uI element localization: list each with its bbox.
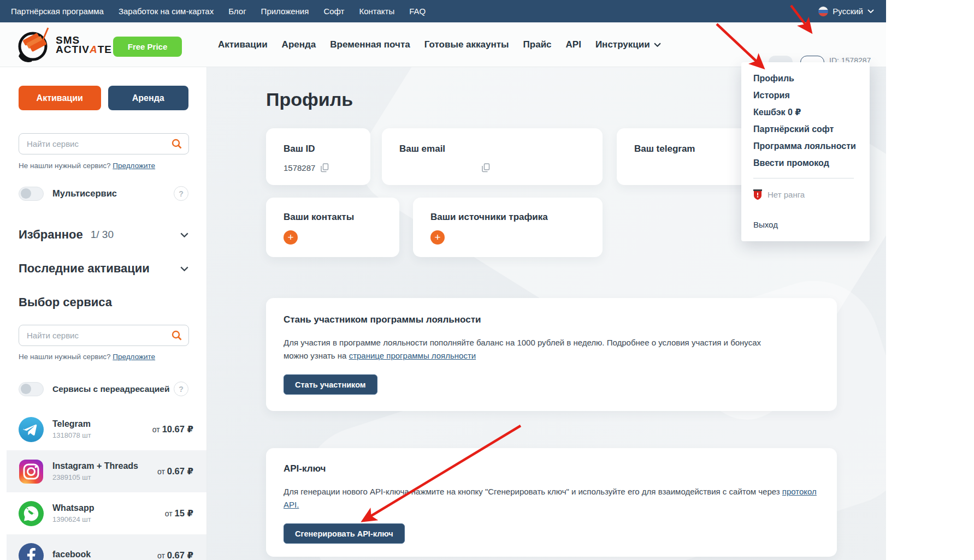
toggle-knob [21, 188, 31, 199]
menu-divider [753, 178, 854, 178]
service-name: Whatsapp [52, 503, 94, 513]
chevron-down-icon [180, 266, 188, 271]
menu-item-partner-soft[interactable]: Партнёрский софт [753, 121, 858, 138]
topnav-soft[interactable]: Софт [323, 7, 344, 16]
telegram-icon [19, 417, 44, 442]
copy-icon [321, 163, 329, 172]
service-price: от0.67 ₽ [157, 550, 193, 560]
suggest-service-hint-2: Не нашли нужный сервис? Предложите [19, 353, 188, 361]
service-price: от0.67 ₽ [157, 466, 193, 476]
rank-row: Нет ранга [753, 189, 858, 200]
card-your-id: Ваш ID 1578287 [266, 128, 370, 185]
service-count: 1390624 шт [52, 515, 94, 523]
card-traffic-sources: Ваши источники трафика + [413, 198, 603, 257]
service-search-2 [19, 325, 188, 346]
topnav-contacts[interactable]: Контакты [359, 7, 394, 16]
service-search-input[interactable] [19, 133, 189, 154]
nav-activations[interactable]: Активации [218, 39, 268, 50]
traffic-sources-label: Ваши источники трафика [430, 212, 603, 223]
service-name: Instagram + Threads [52, 461, 138, 471]
service-price: от15 ₽ [165, 508, 193, 519]
search-icon[interactable] [172, 330, 182, 341]
tab-rent[interactable]: Аренда [108, 86, 189, 110]
your-email-label: Ваш email [399, 144, 603, 154]
nav-ready-accounts[interactable]: Готовые аккаунты [424, 39, 509, 50]
nav-temp-mail[interactable]: Временная почта [330, 39, 410, 50]
copy-id-button[interactable] [321, 163, 329, 172]
chevron-down-icon [867, 9, 874, 13]
page-viewport: Партнёрская программа Заработок на сим-к… [0, 0, 886, 560]
your-contacts-label: Ваши контакты [284, 212, 399, 223]
service-row-instagram[interactable]: Instagram + Threads 2389105 шт от0.67 ₽ [7, 450, 206, 492]
loyalty-program-link[interactable]: странице программы лояльности [349, 351, 476, 360]
sidebar-tabs: Активации Аренда [19, 86, 188, 110]
nav-rent[interactable]: Аренда [282, 39, 316, 50]
language-label: Русский [833, 7, 863, 16]
instagram-icon [19, 459, 44, 484]
page-title: Профиль [266, 89, 353, 110]
favorites-count: 1/ 30 [91, 229, 114, 241]
tab-activations[interactable]: Активации [19, 86, 101, 110]
service-row-whatsapp[interactable]: Whatsapp 1390624 шт от15 ₽ [7, 492, 206, 534]
topnav-partner-program[interactable]: Партнёрская программа [11, 7, 104, 16]
menu-item-loyalty-program[interactable]: Программа лояльности [753, 138, 858, 154]
search-icon[interactable] [172, 139, 182, 149]
menu-item-logout[interactable]: Выход [753, 220, 858, 229]
card-api-key: API-ключ Для генерации нового API-ключа … [266, 448, 837, 557]
add-contact-button[interactable]: + [284, 230, 298, 245]
favorites-section[interactable]: Избранное 1/ 30 [19, 228, 188, 242]
multiservice-toggle[interactable] [19, 187, 44, 201]
menu-item-history[interactable]: История [753, 87, 858, 104]
service-row-telegram[interactable]: Telegram 1318078 шт от10.67 ₽ [7, 408, 206, 450]
chevron-down-icon [654, 43, 661, 47]
service-name: Telegram [52, 419, 91, 429]
menu-item-profile[interactable]: Профиль [753, 70, 858, 87]
add-traffic-source-button[interactable]: + [430, 230, 445, 245]
forwarding-help-icon[interactable]: ? [174, 382, 188, 396]
facebook-icon [19, 543, 44, 560]
russian-flag-icon [818, 7, 828, 16]
topnav-apps[interactable]: Приложения [261, 7, 309, 16]
nav-instructions[interactable]: Инструкции [595, 39, 661, 50]
nav-api[interactable]: API [566, 39, 581, 50]
recent-activations-section[interactable]: Последние активации [19, 261, 188, 276]
top-navbar: Партнёрская программа Заработок на сим-к… [0, 0, 886, 22]
recent-activations-title: Последние активации [19, 261, 150, 276]
menu-item-enter-promocode[interactable]: Ввести промокод [753, 154, 858, 171]
copy-email-button[interactable] [482, 163, 490, 172]
copy-icon [482, 163, 490, 172]
service-count: 2389105 шт [52, 473, 138, 481]
free-price-button[interactable]: Free Price [113, 37, 182, 57]
nav-price[interactable]: Прайс [523, 39, 552, 50]
generate-api-key-button[interactable]: Сгенерировать API-ключ [284, 523, 405, 544]
forwarding-toggle[interactable] [19, 382, 44, 396]
become-member-button[interactable]: Стать участником [284, 374, 377, 395]
loyalty-text: Для участия в программе лояльности попол… [284, 336, 764, 362]
service-list: Telegram 1318078 шт от10.67 ₽ Instagram … [7, 408, 206, 560]
forwarding-row: Сервисы с переадресацией ? [19, 382, 188, 396]
toggle-knob [21, 384, 31, 394]
multiservice-label: Мультисервис [52, 188, 117, 199]
topnav-faq[interactable]: FAQ [409, 7, 426, 16]
rank-label: Нет ранга [768, 190, 805, 199]
service-search-input-2[interactable] [19, 325, 189, 346]
sms-activate-logo[interactable]: SMS ACTIVATE [16, 27, 112, 63]
site-header: SMS ACTIVATE Free Price Активации Аренда… [0, 22, 886, 67]
card-your-contacts: Ваши контакты + [266, 198, 399, 257]
multiservice-row: Мультисервис ? [19, 186, 188, 201]
suggest-service-link-2[interactable]: Предложите [113, 353, 155, 361]
language-selector[interactable]: Русский [818, 0, 874, 22]
service-count: 1318078 шт [52, 431, 91, 439]
sidebar: Активации Аренда Не нашли нужный сервис?… [0, 67, 207, 560]
service-row-facebook[interactable]: facebook от0.67 ₽ [7, 534, 206, 560]
whatsapp-icon [19, 501, 44, 526]
topnav-sim-earnings[interactable]: Заработок на сим-картах [119, 7, 214, 16]
multiservice-help-icon[interactable]: ? [174, 186, 188, 201]
topnav-blog[interactable]: Блог [228, 7, 246, 16]
favorites-title: Избранное [19, 228, 83, 242]
chevron-down-icon [180, 233, 188, 237]
menu-item-cashback[interactable]: Кешбэк 0 ₽ [753, 104, 858, 121]
api-key-title: API-ключ [284, 463, 817, 474]
suggest-service-link[interactable]: Предложите [113, 162, 155, 170]
logo-icon [16, 27, 51, 63]
